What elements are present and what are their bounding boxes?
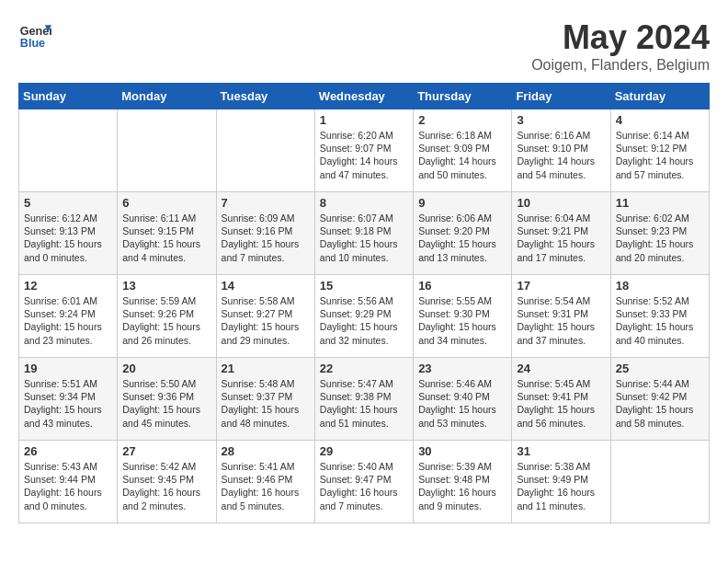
- day-number: 11: [616, 196, 704, 210]
- week-row-2: 5Sunrise: 6:12 AM Sunset: 9:13 PM Daylig…: [19, 192, 710, 275]
- day-number: 30: [418, 444, 506, 458]
- day-info: Sunrise: 5:46 AM Sunset: 9:40 PM Dayligh…: [418, 377, 506, 430]
- day-number: 18: [616, 279, 704, 293]
- day-cell: 26Sunrise: 5:43 AM Sunset: 9:44 PM Dayli…: [19, 441, 118, 523]
- day-info: Sunrise: 5:56 AM Sunset: 9:29 PM Dayligh…: [320, 294, 408, 347]
- page-header: General Blue May 2024 Ooigem, Flanders, …: [18, 18, 710, 74]
- day-cell: [118, 109, 216, 192]
- col-thursday: Thursday: [414, 84, 512, 109]
- day-number: 28: [222, 444, 310, 458]
- day-number: 23: [418, 362, 506, 375]
- day-number: 29: [320, 444, 408, 458]
- day-info: Sunrise: 5:50 AM Sunset: 9:36 PM Dayligh…: [122, 377, 210, 430]
- day-cell: 5Sunrise: 6:12 AM Sunset: 9:13 PM Daylig…: [19, 192, 118, 275]
- day-number: 10: [517, 196, 605, 210]
- day-info: Sunrise: 5:52 AM Sunset: 9:33 PM Dayligh…: [616, 294, 704, 347]
- col-friday: Friday: [512, 84, 610, 109]
- day-cell: 7Sunrise: 6:09 AM Sunset: 9:16 PM Daylig…: [216, 192, 314, 275]
- day-number: 26: [24, 444, 112, 458]
- day-number: 8: [320, 196, 408, 210]
- day-number: 4: [616, 113, 704, 127]
- day-cell: 16Sunrise: 5:55 AM Sunset: 9:30 PM Dayli…: [414, 275, 512, 358]
- day-cell: [19, 109, 118, 192]
- calendar-table: Sunday Monday Tuesday Wednesday Thursday…: [18, 83, 710, 523]
- day-number: 17: [517, 279, 605, 293]
- day-cell: 14Sunrise: 5:58 AM Sunset: 9:27 PM Dayli…: [216, 275, 314, 358]
- day-cell: 2Sunrise: 6:18 AM Sunset: 9:09 PM Daylig…: [414, 109, 512, 192]
- day-number: 31: [517, 444, 605, 458]
- day-cell: 13Sunrise: 5:59 AM Sunset: 9:26 PM Dayli…: [118, 275, 216, 358]
- logo: General Blue: [18, 18, 51, 52]
- day-info: Sunrise: 5:40 AM Sunset: 9:47 PM Dayligh…: [320, 460, 408, 512]
- day-number: 5: [24, 196, 112, 210]
- day-cell: 25Sunrise: 5:44 AM Sunset: 9:42 PM Dayli…: [610, 358, 709, 441]
- col-saturday: Saturday: [610, 84, 709, 109]
- day-info: Sunrise: 6:11 AM Sunset: 9:15 PM Dayligh…: [122, 212, 210, 264]
- day-cell: 19Sunrise: 5:51 AM Sunset: 9:34 PM Dayli…: [19, 358, 118, 441]
- day-info: Sunrise: 5:47 AM Sunset: 9:38 PM Dayligh…: [320, 377, 408, 430]
- day-cell: 20Sunrise: 5:50 AM Sunset: 9:36 PM Dayli…: [118, 358, 216, 441]
- day-info: Sunrise: 5:44 AM Sunset: 9:42 PM Dayligh…: [616, 377, 704, 430]
- day-info: Sunrise: 6:14 AM Sunset: 9:12 PM Dayligh…: [616, 129, 704, 181]
- svg-text:Blue: Blue: [20, 37, 45, 50]
- week-row-5: 26Sunrise: 5:43 AM Sunset: 9:44 PM Dayli…: [19, 441, 710, 523]
- week-row-3: 12Sunrise: 6:01 AM Sunset: 9:24 PM Dayli…: [19, 275, 710, 358]
- day-number: 27: [122, 444, 210, 458]
- day-info: Sunrise: 5:42 AM Sunset: 9:45 PM Dayligh…: [122, 460, 210, 512]
- day-info: Sunrise: 5:59 AM Sunset: 9:26 PM Dayligh…: [122, 294, 210, 347]
- day-info: Sunrise: 6:06 AM Sunset: 9:20 PM Dayligh…: [418, 212, 506, 264]
- day-cell: 4Sunrise: 6:14 AM Sunset: 9:12 PM Daylig…: [610, 109, 709, 192]
- day-info: Sunrise: 6:01 AM Sunset: 9:24 PM Dayligh…: [24, 294, 112, 347]
- day-cell: 31Sunrise: 5:38 AM Sunset: 9:49 PM Dayli…: [512, 441, 610, 523]
- day-cell: 6Sunrise: 6:11 AM Sunset: 9:15 PM Daylig…: [118, 192, 216, 275]
- day-cell: 11Sunrise: 6:02 AM Sunset: 9:23 PM Dayli…: [610, 192, 709, 275]
- day-number: 12: [24, 279, 112, 293]
- day-number: 9: [418, 196, 506, 210]
- day-number: 19: [24, 362, 112, 375]
- day-info: Sunrise: 5:45 AM Sunset: 9:41 PM Dayligh…: [517, 377, 605, 430]
- day-number: 7: [222, 196, 310, 210]
- col-tuesday: Tuesday: [216, 84, 314, 109]
- calendar-subtitle: Ooigem, Flanders, Belgium: [531, 57, 710, 74]
- day-cell: 9Sunrise: 6:06 AM Sunset: 9:20 PM Daylig…: [414, 192, 512, 275]
- header-row: Sunday Monday Tuesday Wednesday Thursday…: [19, 84, 710, 109]
- day-info: Sunrise: 5:41 AM Sunset: 9:46 PM Dayligh…: [222, 460, 310, 512]
- day-cell: 3Sunrise: 6:16 AM Sunset: 9:10 PM Daylig…: [512, 109, 610, 192]
- day-cell: 8Sunrise: 6:07 AM Sunset: 9:18 PM Daylig…: [314, 192, 413, 275]
- day-info: Sunrise: 6:07 AM Sunset: 9:18 PM Dayligh…: [320, 212, 408, 264]
- day-info: Sunrise: 6:20 AM Sunset: 9:07 PM Dayligh…: [320, 129, 408, 181]
- day-number: 2: [418, 113, 506, 127]
- day-info: Sunrise: 6:16 AM Sunset: 9:10 PM Dayligh…: [517, 129, 605, 181]
- calendar-title: May 2024: [531, 18, 710, 57]
- day-cell: 1Sunrise: 6:20 AM Sunset: 9:07 PM Daylig…: [314, 109, 413, 192]
- day-number: 14: [222, 279, 310, 293]
- day-info: Sunrise: 5:43 AM Sunset: 9:44 PM Dayligh…: [24, 460, 112, 512]
- day-number: 25: [616, 362, 704, 375]
- day-number: 13: [122, 279, 210, 293]
- day-cell: 18Sunrise: 5:52 AM Sunset: 9:33 PM Dayli…: [610, 275, 709, 358]
- day-cell: 29Sunrise: 5:40 AM Sunset: 9:47 PM Dayli…: [314, 441, 413, 523]
- day-number: 3: [517, 113, 605, 127]
- day-cell: 17Sunrise: 5:54 AM Sunset: 9:31 PM Dayli…: [512, 275, 610, 358]
- day-cell: 15Sunrise: 5:56 AM Sunset: 9:29 PM Dayli…: [314, 275, 413, 358]
- day-info: Sunrise: 5:39 AM Sunset: 9:48 PM Dayligh…: [418, 460, 506, 512]
- day-cell: 28Sunrise: 5:41 AM Sunset: 9:46 PM Dayli…: [216, 441, 314, 523]
- day-number: 22: [320, 362, 408, 375]
- day-info: Sunrise: 6:09 AM Sunset: 9:16 PM Dayligh…: [222, 212, 310, 264]
- day-info: Sunrise: 5:55 AM Sunset: 9:30 PM Dayligh…: [418, 294, 506, 347]
- day-info: Sunrise: 6:12 AM Sunset: 9:13 PM Dayligh…: [24, 212, 112, 264]
- day-info: Sunrise: 6:04 AM Sunset: 9:21 PM Dayligh…: [517, 212, 605, 264]
- day-number: 6: [122, 196, 210, 210]
- day-info: Sunrise: 6:18 AM Sunset: 9:09 PM Dayligh…: [418, 129, 506, 181]
- day-cell: 27Sunrise: 5:42 AM Sunset: 9:45 PM Dayli…: [118, 441, 216, 523]
- day-number: 16: [418, 279, 506, 293]
- day-cell: 12Sunrise: 6:01 AM Sunset: 9:24 PM Dayli…: [19, 275, 118, 358]
- day-cell: 10Sunrise: 6:04 AM Sunset: 9:21 PM Dayli…: [512, 192, 610, 275]
- day-info: Sunrise: 5:54 AM Sunset: 9:31 PM Dayligh…: [517, 294, 605, 347]
- day-cell: 23Sunrise: 5:46 AM Sunset: 9:40 PM Dayli…: [414, 358, 512, 441]
- day-number: 24: [517, 362, 605, 375]
- week-row-4: 19Sunrise: 5:51 AM Sunset: 9:34 PM Dayli…: [19, 358, 710, 441]
- day-number: 15: [320, 279, 408, 293]
- calendar-body: 1Sunrise: 6:20 AM Sunset: 9:07 PM Daylig…: [19, 109, 710, 523]
- day-cell: 22Sunrise: 5:47 AM Sunset: 9:38 PM Dayli…: [314, 358, 413, 441]
